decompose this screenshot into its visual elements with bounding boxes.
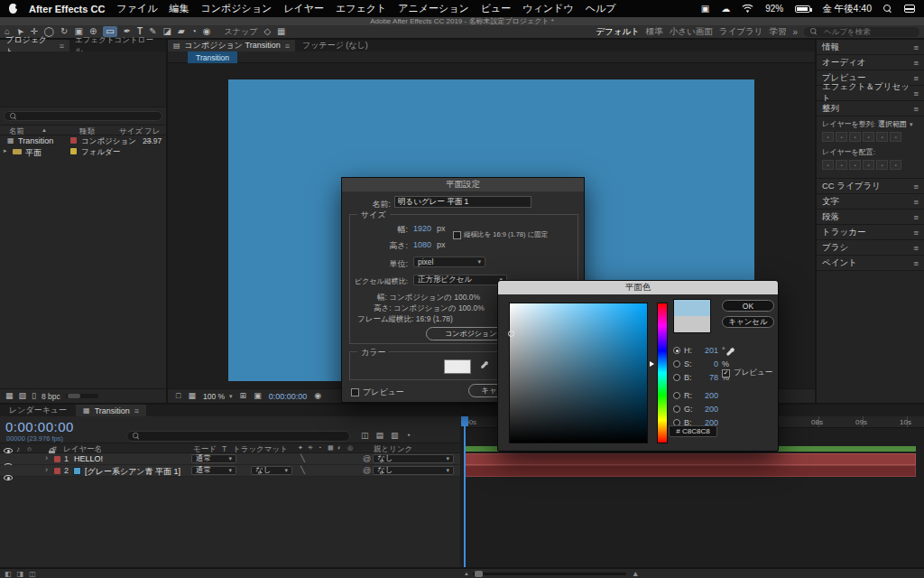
hide-shy-icon[interactable]: ▥ — [391, 432, 399, 440]
frame-blend-icon[interactable]: ◔ — [406, 432, 411, 440]
dialog-titlebar[interactable]: 平面色 — [498, 281, 778, 294]
menu-item-help[interactable]: ヘルプ — [586, 2, 616, 15]
aspect-lock-row[interactable]: 縦横比を 16:9 (1.78) に固定 — [453, 230, 548, 239]
timeline-zoom-slider[interactable] — [473, 573, 626, 575]
menu-item-edit[interactable]: 編集 — [169, 2, 189, 15]
blend-mode-dropdown[interactable]: 通常 ▾ — [191, 466, 236, 475]
tool-orbit-icon[interactable]: ↻ — [60, 27, 68, 36]
layer-bar-2[interactable] — [465, 465, 916, 477]
help-search-box[interactable] — [804, 27, 919, 37]
cancel-button[interactable]: キャンセル — [722, 316, 774, 328]
distribute-center-h-icon[interactable]: ▪ — [876, 160, 888, 170]
label-chip[interactable] — [70, 137, 77, 144]
status-display-icon[interactable]: ▣ — [701, 4, 709, 14]
timeline-zoom-thumb[interactable] — [475, 571, 483, 577]
grid-options-icon[interactable]: ▦ — [188, 392, 196, 400]
hue-strip[interactable] — [657, 303, 668, 443]
switch-shy-icon[interactable]: ✦ — [298, 444, 303, 452]
project-search-box[interactable] — [4, 111, 162, 121]
zoom-out-mountain-icon[interactable]: ▲ — [464, 571, 469, 576]
brightness-value[interactable]: 78 — [698, 373, 718, 382]
brightness-radio[interactable] — [673, 374, 680, 381]
sidebar-item-align[interactable]: 整列≡ — [817, 101, 924, 116]
item-name[interactable]: Transition — [18, 136, 53, 145]
align-left-icon[interactable]: ▪ — [822, 132, 834, 142]
menu-item-animation[interactable]: アニメーション — [398, 2, 469, 15]
panel-menu-icon[interactable]: ≡ — [913, 258, 919, 268]
workspace-tab-learn[interactable]: 学習 — [769, 26, 786, 38]
sort-asc-icon[interactable]: ▲ — [42, 127, 47, 133]
panel-menu-icon[interactable]: ≡ — [134, 406, 139, 415]
width-value[interactable]: 1920 — [413, 224, 431, 233]
menubar-clock[interactable]: 金 午後4:40 — [822, 3, 872, 15]
sidebar-item-info[interactable]: 情報≡ — [817, 40, 924, 54]
channels-icon[interactable]: ▣ — [254, 392, 262, 400]
layer-row-1[interactable]: › 1 HELLO! 通常 ▾ ╲ @ なし ▾ — [0, 453, 460, 465]
eyedropper-icon[interactable] — [725, 347, 735, 359]
aspect-lock-checkbox[interactable] — [453, 231, 461, 239]
pickwhip-icon[interactable]: @ — [363, 466, 371, 475]
menu-app-name[interactable]: After Effects CC — [29, 4, 105, 14]
distribute-top-icon[interactable]: ▪ — [822, 160, 834, 170]
saturation-brightness-field[interactable] — [509, 303, 648, 443]
hue-value[interactable]: 201 — [698, 346, 718, 355]
layer-name[interactable]: [グレー系シアン青 平面 1] — [85, 466, 180, 478]
menu-item-file[interactable]: ファイル — [116, 2, 157, 15]
menu-item-window[interactable]: ウィンドウ — [522, 2, 573, 15]
units-dropdown[interactable]: pixel ▾ — [413, 256, 485, 267]
sidebar-item-cc-libraries[interactable]: CC ライブラリ≡ — [817, 179, 924, 193]
tab-timeline-transition[interactable]: ▦ Transition ≡ — [76, 405, 146, 416]
saturation-value[interactable]: 0 — [698, 359, 718, 368]
sidebar-item-paragraph[interactable]: 段落≡ — [817, 210, 924, 224]
workspace-tab-standard[interactable]: 標準 — [646, 26, 663, 38]
workspace-tab-libraries[interactable]: ライブラリ — [719, 26, 763, 38]
tool-roto-brush-icon[interactable]: ◔ — [191, 27, 197, 36]
sidebar-item-effects-presets[interactable]: エフェクト＆プリセット≡ — [817, 86, 924, 100]
solid-swatch[interactable] — [73, 467, 81, 475]
zoom-in-mountain-icon[interactable]: ▲ — [632, 569, 639, 578]
hue-radio[interactable] — [673, 347, 680, 354]
spotlight-icon[interactable] — [883, 5, 892, 14]
saturation-radio[interactable] — [673, 360, 680, 368]
layer-bar-1[interactable] — [465, 453, 916, 465]
ok-button[interactable]: OK — [722, 300, 774, 312]
audio-column-icon[interactable]: ♪ — [16, 444, 20, 453]
align-top-icon[interactable]: ▪ — [863, 132, 874, 142]
preview-checkbox[interactable] — [351, 388, 359, 396]
column-number[interactable]: # — [52, 444, 57, 453]
panel-menu-icon[interactable]: ≡ — [913, 42, 919, 52]
distribute-bottom-icon[interactable]: ▪ — [849, 160, 861, 170]
item-name[interactable]: 平面 — [25, 147, 42, 159]
sidebar-item-paint[interactable]: ペイント≡ — [817, 256, 924, 270]
footer-icon-3[interactable]: ▯ — [32, 392, 36, 400]
tool-puppet-icon[interactable]: ◉ — [203, 27, 211, 36]
fit-view-icon[interactable]: □ — [176, 392, 180, 400]
menu-item-view[interactable]: ビュー — [481, 2, 512, 15]
name-input[interactable] — [394, 196, 531, 208]
layer-expander-icon[interactable]: › — [45, 465, 48, 474]
align-target-dropdown[interactable]: 選択範囲 ▾ — [878, 119, 913, 129]
cti-handle[interactable] — [461, 416, 468, 426]
switch-collapse-icon[interactable]: ✳ — [308, 444, 313, 452]
sidebar-item-audio[interactable]: オーディオ≡ — [817, 55, 924, 70]
hue-marker-icon[interactable] — [650, 361, 654, 367]
tab-render-queue[interactable]: レンダーキュー — [0, 405, 76, 416]
current-timecode[interactable]: 0:00:00:00 — [5, 419, 74, 434]
help-search-input[interactable] — [822, 26, 903, 37]
brightness-field-row[interactable]: B: 78 % — [673, 373, 729, 382]
workspace-tab-default[interactable]: デフォルト — [596, 26, 640, 38]
pickwhip-icon[interactable]: @ — [363, 454, 371, 463]
tree-expander-icon[interactable]: ▸ — [4, 147, 7, 154]
red-value[interactable]: 200 — [698, 391, 718, 400]
layer-row-2[interactable]: › 2 [グレー系シアン青 平面 1] 通常 ▾ なし ▾ ╲ @ なし ▾ — [0, 465, 460, 477]
track-matte-dropdown[interactable]: なし ▾ — [251, 466, 292, 475]
toggle-icon-1[interactable]: ◧ — [5, 570, 12, 578]
menu-item-composition[interactable]: コンポジション — [200, 2, 272, 15]
height-value[interactable]: 1080 — [413, 240, 431, 249]
current-time-indicator[interactable] — [464, 416, 466, 567]
quality-switch-icon[interactable]: ╲ — [300, 466, 305, 474]
timeline-search-box[interactable] — [126, 431, 350, 442]
control-center-icon[interactable] — [904, 5, 915, 13]
panel-menu-icon[interactable]: ≡ — [913, 197, 919, 207]
red-radio[interactable] — [673, 392, 680, 399]
